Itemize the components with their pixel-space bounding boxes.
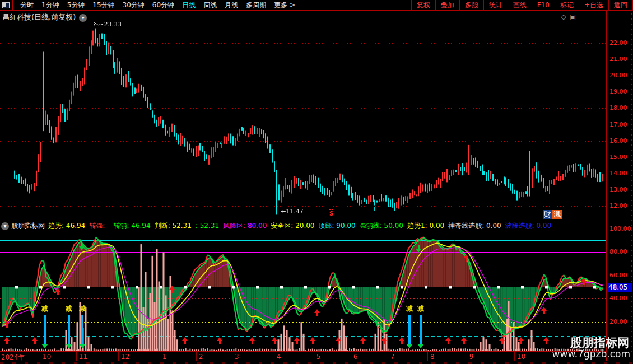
reduce-signal: 减 (78, 304, 86, 348)
menu-tool-0[interactable]: 复权 (411, 0, 435, 11)
arrow-head (182, 337, 188, 341)
month-separator (388, 352, 388, 361)
time-axis[interactable]: 2024年10111212345678910 (0, 351, 606, 361)
buy-up-arrow (169, 286, 175, 293)
arrow-stem (312, 341, 314, 344)
price-axis-label: 12.00 (609, 202, 627, 209)
arrow-head (4, 337, 10, 341)
arrow-head (541, 307, 547, 311)
menu-period-0[interactable]: 分时 (16, 1, 38, 10)
menu-period-3[interactable]: 15分钟 (89, 1, 118, 10)
window-grid-icon[interactable] (2, 2, 10, 8)
menu-period-1[interactable]: 1分钟 (38, 1, 63, 10)
arrow-stem (383, 341, 385, 344)
menu-period-5[interactable]: 60分钟 (148, 1, 178, 10)
menu-period-10[interactable]: 更多 > (270, 1, 299, 10)
arrow-stem (520, 341, 522, 344)
price-axis-label: 15.00 (609, 153, 627, 161)
logo-char: 财 (543, 210, 552, 219)
price-axis-label: 13.00 (609, 186, 627, 193)
menu-period-2[interactable]: 5分钟 (63, 1, 89, 10)
menu-tool-2[interactable]: 多股 (459, 0, 483, 11)
candlestick-chart[interactable] (0, 21, 606, 220)
menu-period-4[interactable]: 30分钟 (119, 1, 148, 10)
menu-period-7[interactable]: 周线 (199, 1, 221, 10)
buy-up-arrow (294, 337, 300, 344)
buy-up-arrow (182, 337, 188, 344)
arrow-head (55, 288, 60, 292)
month-label: 2 (199, 353, 203, 361)
arrow-stem (219, 341, 221, 344)
sell-signal-marker: S (329, 209, 333, 217)
arrow-stem (448, 341, 449, 344)
menu-tool-7[interactable]: +自选 (579, 0, 608, 11)
month-label: 10 (517, 353, 525, 361)
arrow-head (445, 337, 451, 341)
reduce-arrow-head (41, 344, 48, 348)
buy-up-arrow (445, 337, 451, 344)
arrow-stem (362, 341, 364, 344)
indicator-panel[interactable] (0, 231, 606, 353)
trading-app-window: 分时1分钟5分钟15分钟30分钟60分钟日线周线月线多周期更多 > 复权叠加多股… (0, 0, 633, 364)
month-label: 10 (43, 353, 51, 361)
bottom-partial-pane (0, 362, 633, 364)
chevron-down-icon[interactable]: ▾ (79, 14, 87, 22)
indicator-field-9: 趋势1: 0.00 (407, 222, 444, 230)
menu-period-8[interactable]: 月线 (221, 1, 242, 10)
buy-up-arrow (336, 337, 341, 344)
price-axis-label: 20.00 (609, 72, 627, 79)
diamond-icon: ◇ (561, 13, 569, 21)
menu-tool-3[interactable]: 统计 (483, 0, 508, 11)
buy-up-arrow (4, 320, 10, 328)
indicator-field-3: 判断: 52.31 (155, 222, 192, 230)
reduce-arrow-head (79, 344, 86, 348)
month-separator (196, 352, 197, 361)
buy-up-arrow (518, 337, 524, 344)
menu-tool-6[interactable]: 标记 (555, 0, 579, 11)
reduce-arrow-stem (408, 315, 411, 344)
buy-up-arrow (55, 288, 60, 295)
period-menu: 分时1分钟5分钟15分钟30分钟60分钟日线周线月线多周期更多 > (16, 1, 299, 10)
reduce-arrow-stem (420, 315, 422, 344)
watermark-url: www.7gpzb.com (552, 348, 630, 360)
arrow-head (272, 337, 277, 341)
indicator-field-10: 神奇线选股: 0.00 (448, 222, 501, 230)
arrow-head (581, 278, 587, 282)
menu-tool-4[interactable]: 画线 (508, 0, 532, 11)
arrow-stem (57, 292, 59, 295)
caijian-logo: 财溅 (543, 210, 562, 219)
arrow-stem (171, 290, 173, 293)
arrow-head (360, 337, 366, 341)
arrow-head (336, 337, 341, 341)
arrow-stem (6, 341, 8, 344)
month-label: 11 (79, 353, 87, 361)
arrow-head (32, 337, 38, 341)
menu-tool-8[interactable]: 返回 (608, 0, 633, 11)
reduce-arrow-stem (81, 315, 83, 344)
menu-tool-1[interactable]: 叠加 (435, 0, 459, 11)
reduce-label: 减 (78, 304, 86, 314)
arrow-head (416, 249, 421, 253)
price-axis-label: 19.00 (609, 88, 627, 95)
reduce-signal: 减 (406, 304, 413, 348)
indicator-axis-label: 100.00 (609, 225, 631, 232)
top-menu-bar: 分时1分钟5分钟15分钟30分钟60分钟日线周线月线多周期更多 > 复权叠加多股… (0, 0, 633, 11)
arrow-stem (296, 341, 298, 344)
reduce-label: 减 (65, 304, 73, 314)
month-label: 7 (390, 353, 395, 361)
arrow-stem (184, 341, 186, 344)
indicator-field-8: 强弱线: 50.00 (360, 222, 403, 230)
arrow-head (294, 337, 300, 341)
chart-corner-icons[interactable]: ◇▣ (561, 13, 579, 21)
month-label: 6 (353, 353, 358, 361)
month-separator (76, 352, 77, 361)
menu-period-9[interactable]: 多周期 (242, 1, 270, 10)
menu-period-6[interactable]: 日线 (178, 1, 199, 10)
indicator-field-0: 趋势: 46.94 (48, 222, 85, 230)
reduce-arrow-head (66, 344, 72, 348)
indicator-field-1: 转强: - (89, 222, 109, 230)
chevron-down-icon[interactable]: ▾ (1, 222, 9, 230)
arrow-stem (466, 258, 467, 262)
menu-tool-5[interactable]: F10 (532, 0, 555, 11)
reduce-arrow-head (406, 344, 413, 348)
